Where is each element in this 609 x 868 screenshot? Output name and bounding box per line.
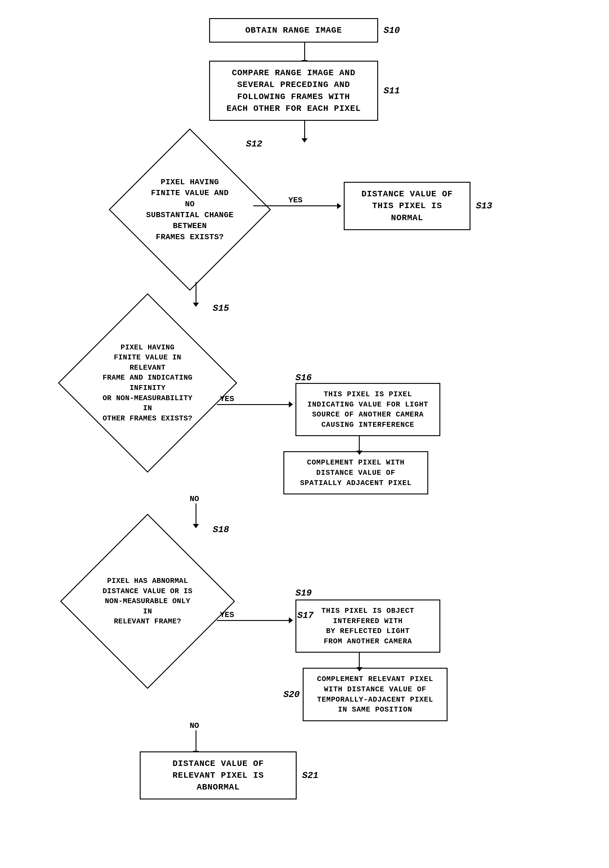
- arrow-s19-down: [359, 653, 360, 668]
- arrow-s12-no: [196, 282, 196, 303]
- arrow-s18-no: [196, 730, 196, 752]
- s19-box: THIS PIXEL IS OBJECT INTERFERED WITH BY …: [295, 600, 440, 653]
- s11-label: S11: [383, 86, 400, 96]
- arrow-s15-no: [196, 504, 196, 525]
- s12-yes-label: YES: [289, 196, 303, 205]
- s18-yes-label: YES: [220, 611, 234, 620]
- s13-box: DISTANCE VALUE OF THIS PIXEL IS NORMAL: [344, 182, 470, 230]
- arrow-s16-down: [359, 436, 360, 451]
- arrow-s18-yes: YES S17: [217, 620, 289, 621]
- s16-label: S16: [295, 373, 312, 383]
- s18-no-label: NO: [190, 721, 199, 730]
- s10-label: S10: [383, 25, 400, 36]
- s21-box: DISTANCE VALUE OF RELEVANT PIXEL IS ABNO…: [140, 752, 297, 800]
- arrow-s15-yes: YES: [217, 404, 289, 405]
- s17-label: S17: [297, 611, 314, 621]
- s19-label: S19: [295, 588, 312, 598]
- arrow-s11-s12: [304, 121, 305, 139]
- s16-box: THIS PIXEL IS PIXEL INDICATING VALUE FOR…: [295, 383, 440, 436]
- s20-label: S20: [283, 690, 300, 700]
- s13-label: S13: [476, 201, 492, 211]
- s21-label: S21: [302, 770, 318, 781]
- s20-box: COMPLEMENT RELEVANT PIXEL WITH DISTANCE …: [303, 668, 448, 721]
- s10-box: OBTAIN RANGE IMAGE: [209, 18, 378, 43]
- s15-diamond: PIXEL HAVING FINITE VALUE IN RELEVANT FR…: [78, 310, 217, 456]
- s18-diamond: PIXEL HAS ABNORMAL DISTANCE VALUE OR IS …: [78, 532, 217, 671]
- flowchart: OBTAIN RANGE IMAGE S10 COMPARE RANGE IMA…: [12, 18, 597, 800]
- s12-diamond: PIXEL HAVING FINITE VALUE AND NO SUBSTAN…: [127, 146, 253, 273]
- s11-box: COMPARE RANGE IMAGE AND SEVERAL PRECEDIN…: [209, 61, 378, 121]
- arrow-s10-s11: [304, 43, 305, 61]
- s15-yes-label: YES: [220, 394, 234, 403]
- arrow-s12-yes: YES: [253, 205, 338, 206]
- s16b-box: COMPLEMENT PIXEL WITH DISTANCE VALUE OF …: [283, 451, 428, 494]
- s15-no-label: NO: [190, 494, 199, 504]
